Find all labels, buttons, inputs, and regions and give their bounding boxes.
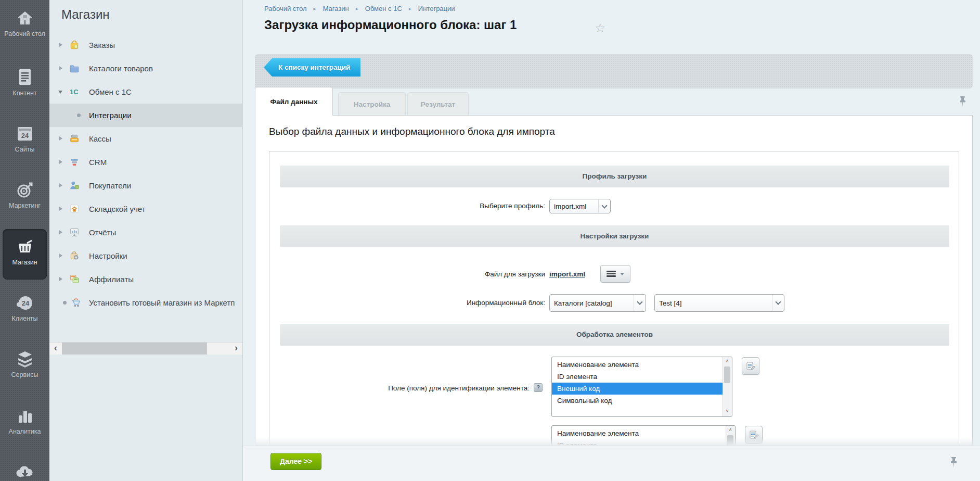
document-icon bbox=[0, 68, 49, 87]
listbox-scrollbar[interactable] bbox=[723, 357, 732, 416]
svg-text:1С: 1С bbox=[70, 88, 79, 96]
sidebar-item-label: Интеграции bbox=[89, 104, 132, 127]
arrow-collapsed-icon[interactable] bbox=[59, 254, 62, 258]
sidebar-item-reports[interactable]: Отчёты bbox=[49, 221, 243, 244]
content-panel: Выбор файла данных и информационного бло… bbox=[255, 115, 973, 446]
listbox-option[interactable]: Внешний код bbox=[552, 383, 723, 395]
scroll-up-icon[interactable] bbox=[726, 427, 734, 434]
tab-файл-данных[interactable]: Файл данных bbox=[255, 87, 333, 116]
warehouse-icon bbox=[69, 204, 80, 214]
page-title: Загрузка информационного блока: шаг 1 bbox=[264, 18, 517, 32]
sidebar-item-settings[interactable]: Настройки bbox=[49, 244, 243, 268]
rail-item-label: Рабочий стол bbox=[0, 30, 49, 38]
edit-list-icon bbox=[746, 361, 756, 371]
scroll-right-button[interactable] bbox=[230, 343, 242, 355]
scrollbar-thumb[interactable] bbox=[724, 366, 730, 383]
bullet-icon bbox=[77, 113, 81, 117]
next-button[interactable]: Далее >> bbox=[270, 453, 321, 470]
back-to-integrations-button[interactable]: К списку интеграций bbox=[264, 58, 360, 77]
profile-select-value: import.xml bbox=[550, 202, 598, 210]
rail-item-label: Маркетинг bbox=[0, 202, 49, 210]
iblock-type-select[interactable]: Каталоги [catalog] bbox=[549, 294, 646, 312]
sidebar-item-catalogs[interactable]: Каталоги товаров bbox=[49, 57, 243, 80]
arrow-collapsed-icon[interactable] bbox=[59, 136, 62, 141]
arrow-collapsed-icon[interactable] bbox=[59, 43, 62, 47]
sidebar-item-orders[interactable]: Заказы bbox=[49, 33, 243, 57]
target-icon bbox=[0, 180, 49, 200]
svg-text:24: 24 bbox=[21, 299, 29, 307]
cashbox-icon bbox=[69, 133, 80, 144]
sidebar-item-install-shop[interactable]: Установить готовый магазин из Маркетп bbox=[49, 291, 243, 314]
arrow-collapsed-icon[interactable] bbox=[59, 160, 62, 164]
arrow-collapsed-icon[interactable] bbox=[59, 183, 62, 187]
listbox-option[interactable]: ID элемента bbox=[552, 371, 723, 383]
listbox-option[interactable]: Наименование элемента bbox=[552, 359, 723, 371]
scroll-up-icon[interactable] bbox=[723, 358, 731, 365]
rail-item-desktop[interactable]: Рабочий стол bbox=[0, 8, 49, 38]
sidebar-horizontal-scrollbar[interactable] bbox=[49, 342, 242, 355]
breadcrumb-link[interactable]: Рабочий стол bbox=[264, 5, 307, 12]
svg-text:24: 24 bbox=[21, 132, 29, 140]
panel-bottom-fade bbox=[255, 437, 973, 446]
help-icon[interactable] bbox=[534, 383, 543, 392]
chevron-down-icon bbox=[772, 295, 784, 311]
reports-icon bbox=[69, 227, 80, 237]
arrow-collapsed-icon[interactable] bbox=[59, 207, 62, 211]
pin-icon[interactable] bbox=[950, 457, 958, 471]
scrollbar-thumb[interactable] bbox=[62, 343, 207, 355]
shop-sidebar: Магазин ЗаказыКаталоги товаров1СОбмен с … bbox=[49, 0, 243, 481]
breadcrumb-link[interactable]: Интеграции bbox=[418, 5, 455, 12]
breadcrumb-link[interactable]: Магазин bbox=[323, 5, 349, 12]
edit-list-button[interactable] bbox=[742, 357, 759, 375]
breadcrumb-separator-icon: ▸ bbox=[314, 6, 316, 11]
layers-icon bbox=[0, 349, 49, 369]
form-heading: Выбор файла данных и информационного бло… bbox=[269, 126, 555, 137]
sidebar-item-affiliates[interactable]: Аффилиаты bbox=[49, 268, 243, 291]
listbox-option[interactable]: Символьный код bbox=[552, 395, 723, 407]
breadcrumb-separator-icon: ▸ bbox=[409, 6, 411, 11]
cloud-download-icon bbox=[0, 462, 49, 481]
scroll-down-icon[interactable] bbox=[723, 408, 731, 415]
favorite-star-icon[interactable]: ☆ bbox=[595, 21, 606, 35]
rail-item-content[interactable]: Контент bbox=[0, 68, 49, 97]
iblock-select[interactable]: Test [4] bbox=[654, 294, 784, 312]
tab-настройка: Настройка bbox=[338, 92, 406, 116]
arrow-expanded-icon[interactable] bbox=[58, 91, 62, 94]
scroll-left-button[interactable] bbox=[49, 343, 62, 355]
pin-icon[interactable] bbox=[959, 96, 966, 110]
sidebar-item-integrations[interactable]: Интеграции bbox=[49, 104, 243, 127]
rail-item-label: Аналитика bbox=[0, 428, 49, 436]
rail-item-label: Сайты bbox=[0, 146, 49, 154]
rail-item-marketplace[interactable] bbox=[0, 462, 49, 481]
basket-icon bbox=[3, 237, 47, 257]
sidebar-item-cashboxes[interactable]: Кассы bbox=[49, 127, 243, 150]
id-fields-listbox[interactable]: Наименование элементаID элементаВнешний … bbox=[551, 357, 732, 417]
arrow-collapsed-icon[interactable] bbox=[59, 230, 62, 234]
file-menu-button[interactable] bbox=[600, 265, 630, 283]
form-box: Профиль загрузки Выберите профиль: impor… bbox=[269, 151, 959, 446]
catalog-icon bbox=[69, 63, 80, 73]
market-cart-icon bbox=[71, 297, 81, 308]
sidebar-item-1c-exchange[interactable]: 1СОбмен с 1С bbox=[49, 80, 243, 104]
rail-item-sites[interactable]: 24Сайты bbox=[0, 124, 49, 154]
sidebar-item-warehouse[interactable]: Складской учет bbox=[49, 197, 243, 221]
rail-item-shop[interactable]: Магазин bbox=[3, 229, 47, 280]
breadcrumb-separator-icon: ▸ bbox=[356, 6, 358, 11]
sidebar-item-label: Аффилиаты bbox=[89, 268, 134, 291]
rail-item-label: Контент bbox=[0, 90, 49, 97]
rail-item-clients[interactable]: 24Клиенты bbox=[0, 293, 49, 323]
breadcrumb-link[interactable]: Обмен с 1С bbox=[365, 5, 402, 12]
file-link[interactable]: import.xml bbox=[549, 270, 585, 278]
sidebar-item-customers[interactable]: Покупатели bbox=[49, 174, 243, 197]
rail-item-services[interactable]: Сервисы bbox=[0, 349, 49, 379]
arrow-collapsed-icon[interactable] bbox=[59, 277, 62, 281]
sidebar-item-crm[interactable]: CRM bbox=[49, 150, 243, 174]
rail-item-analytics[interactable]: Аналитика bbox=[0, 406, 49, 436]
section-header-load-settings: Настройки загрузки bbox=[280, 225, 949, 247]
profile-select[interactable]: import.xml bbox=[549, 199, 611, 213]
rail-item-marketing[interactable]: Маркетинг bbox=[0, 180, 49, 210]
arrow-collapsed-icon[interactable] bbox=[59, 66, 62, 70]
settings-icon bbox=[69, 250, 80, 261]
sidebar-item-label: Складской учет bbox=[89, 197, 146, 221]
customers-icon bbox=[69, 180, 80, 191]
